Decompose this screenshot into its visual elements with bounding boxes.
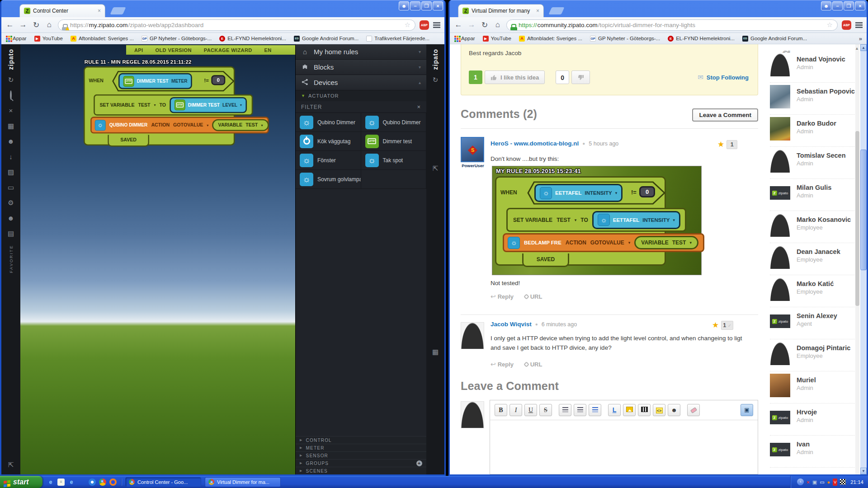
bookmark-apps[interactable]: Appar — [6, 36, 27, 41]
adblock-icon[interactable]: ABP — [842, 20, 851, 30]
insert-video-button[interactable] — [638, 404, 651, 416]
member-item[interactable]: Darko BudorAdmin — [770, 115, 855, 147]
refresh-icon[interactable]: ↻ — [430, 75, 440, 85]
device-tile[interactable]: ☼Fönster — [296, 151, 361, 170]
search-icon[interactable] — [6, 90, 16, 100]
bookmark-youtube[interactable]: ▶YouTube — [483, 36, 511, 42]
preview-button[interactable]: ▣ — [741, 404, 753, 416]
maximize-button[interactable]: ❐ — [844, 1, 854, 10]
device-tile[interactable]: Kök väggutag — [296, 132, 361, 151]
image-icon[interactable]: ▨ — [6, 167, 16, 177]
bookmark-trafikverket[interactable]: Trafikverket Färjerede... — [366, 36, 429, 42]
category-meter[interactable]: ▶METER — [296, 444, 426, 451]
variable-dropdown[interactable]: TEST — [138, 102, 150, 108]
category-control[interactable]: ▶CONTROL — [296, 436, 426, 444]
tray-collapse-icon[interactable]: ‹ — [797, 479, 804, 485]
underline-button[interactable]: U — [524, 404, 537, 416]
category-sensor[interactable]: ▶SENSOR — [296, 451, 426, 459]
reload-icon[interactable]: ↻ — [480, 20, 489, 30]
member-item[interactable]: Sebastian PopovicAdmin — [770, 83, 855, 115]
chrome-icon[interactable] — [99, 479, 106, 486]
ie-icon[interactable]: e — [47, 479, 54, 486]
device-tile[interactable]: ☼Tak spot — [361, 151, 427, 170]
leave-comment-button[interactable]: Leave a Comment — [692, 108, 758, 122]
bookmark-youtube[interactable]: ▶YouTube — [34, 36, 63, 42]
filter-row[interactable]: FILTER× — [296, 101, 426, 113]
source-device-pill[interactable]: HTTP DIMMER TEST LEVEL▾ — [170, 97, 247, 113]
apps-grid-icon[interactable] — [78, 479, 85, 486]
link-button[interactable]: L — [608, 404, 621, 416]
back-icon[interactable]: ← — [454, 20, 463, 29]
device-tile[interactable]: ☼Qubino Dimmer — [296, 113, 361, 132]
start-button[interactable]: start — [0, 476, 42, 488]
download-icon[interactable]: ↓ — [6, 152, 16, 162]
bookmark-star-icon[interactable]: ☆ — [405, 21, 410, 29]
notepad-icon[interactable]: ≡ — [57, 479, 65, 486]
profile-button[interactable]: ☻ — [399, 1, 409, 10]
trash-icon[interactable]: ▦ — [430, 347, 440, 357]
bookmark-gp[interactable]: GPGP Nyheter - Göteborgs-... — [590, 36, 660, 42]
url-link[interactable]: URL — [524, 293, 542, 300]
comment-avatar[interactable] — [461, 322, 485, 349]
media-icon[interactable]: ▦ — [6, 121, 16, 131]
variable-pill[interactable]: VARIABLE TEST▾ — [212, 119, 269, 131]
sidebar-scrollbar-thumb[interactable] — [855, 131, 859, 306]
tab-close-icon[interactable]: × — [98, 8, 101, 14]
forward-icon[interactable]: → — [467, 20, 476, 29]
url-link[interactable]: URL — [524, 361, 542, 368]
maximize-button[interactable]: ❐ — [421, 1, 432, 10]
bookmark-elfynd[interactable]: EEL-FYND Hemelektroni... — [219, 36, 286, 42]
bookmark-star-icon[interactable]: ☆ — [827, 21, 833, 29]
sidebar-item-devices[interactable]: Devices▴ — [296, 75, 426, 90]
folder-icon[interactable]: ▭ — [6, 183, 16, 192]
add-user-icon[interactable]: ☻ — [6, 136, 16, 146]
bookmarks-overflow-chevron[interactable]: » — [859, 35, 862, 42]
left-url-bar[interactable]: https://my.zipato.com/zipato-web/app2das… — [58, 19, 415, 31]
nav-package-wizard[interactable]: PACKAGE WIZARD — [204, 47, 252, 53]
new-tab-button[interactable] — [110, 7, 126, 14]
sidebar-item-home-rules[interactable]: ⌂My home rules▾ — [296, 44, 426, 60]
tray-network-icon[interactable]: ▣ — [812, 479, 817, 486]
sidebar-item-blocks[interactable]: Blocks▾ — [296, 60, 426, 75]
reply-link[interactable]: ↩ Reply — [491, 293, 514, 300]
taskbar-clock[interactable]: 21:14 — [849, 479, 863, 485]
strikethrough-button[interactable]: S — [539, 404, 552, 416]
comment-rating[interactable]: ★ 1 — [717, 140, 737, 149]
tray-tool-icon[interactable]: × — [807, 479, 809, 486]
taskbar-task-control-center[interactable]: Control Center - Goo... — [125, 477, 201, 487]
member-item[interactable]: ZzipatoHrvojeAdmin — [770, 404, 855, 436]
profile-button[interactable]: ☻ — [821, 1, 831, 10]
comment-text-area[interactable] — [490, 420, 758, 470]
device-attribute[interactable]: LEVEL — [222, 103, 237, 108]
comment-author-link[interactable]: Jacob Wiqvist — [491, 321, 532, 328]
bookmark-android-forum[interactable]: EDGoogle Android Forum... — [742, 36, 807, 42]
nav-language[interactable]: EN — [264, 47, 272, 53]
device-attribute[interactable]: METER — [171, 79, 188, 84]
bookmark-elfynd[interactable]: EEL-FYND Hemelektroni... — [668, 36, 735, 42]
media-player-icon[interactable] — [89, 479, 96, 486]
bookmark-aftonbladet[interactable]: AAftonbladet: Sveriges ... — [519, 36, 582, 42]
category-groups[interactable]: ▶GROUPS+ — [296, 459, 426, 467]
clear-filter-icon[interactable]: × — [417, 103, 421, 110]
action-type-dropdown[interactable]: GOTOVALUE — [173, 122, 203, 128]
taskbar-task-virtual-dimmer[interactable]: Virtual Dimmer for ma... — [205, 477, 281, 487]
member-item[interactable]: Domagoj PintaricEmployee — [770, 339, 855, 371]
ie-icon[interactable]: e — [68, 479, 75, 486]
bullet-list-button[interactable] — [559, 404, 571, 416]
close-button[interactable]: × — [433, 1, 443, 10]
code-button[interactable]: <> — [653, 404, 665, 416]
left-tab[interactable]: Z Control Center × — [19, 4, 105, 17]
back-icon[interactable]: ← — [5, 20, 14, 29]
home-icon[interactable]: ⌂ — [45, 20, 54, 29]
nav-old-version[interactable]: OLD VERSION — [156, 47, 192, 53]
member-item[interactable]: Dean JanacekEmployee — [770, 243, 855, 275]
browser-scrollbar-thumb[interactable] — [860, 150, 867, 270]
scroll-up-arrow[interactable]: ▲ — [860, 44, 867, 51]
export-icon[interactable]: ⇱ — [6, 460, 16, 470]
close-icon[interactable]: × — [6, 106, 16, 116]
member-item[interactable]: ZzipatoIvanAdmin — [770, 436, 855, 468]
open-external-icon[interactable]: ⇱ — [430, 164, 440, 174]
nav-api[interactable]: API — [134, 47, 143, 53]
tray-vnc-icon[interactable] — [840, 479, 846, 485]
member-item[interactable]: MurielAdmin — [770, 371, 855, 404]
